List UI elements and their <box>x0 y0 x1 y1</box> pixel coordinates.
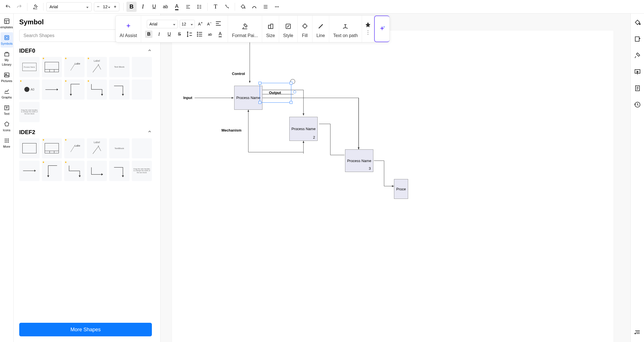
shape-label-arrow-4[interactable]: Label <box>87 138 107 159</box>
svg-marker-35 <box>122 94 124 96</box>
ft-align[interactable] <box>215 20 222 27</box>
ft-size[interactable]: Size <box>262 16 279 42</box>
ft-text-on-path[interactable]: Text on path <box>329 16 362 42</box>
list-button[interactable] <box>260 2 271 12</box>
case-button[interactable]: ab <box>160 2 171 12</box>
shape-empty-1[interactable] <box>132 57 152 77</box>
shape-elbow-3[interactable] <box>109 79 130 100</box>
font-size-value[interactable]: 12 <box>102 4 111 9</box>
undo-button[interactable] <box>3 2 13 12</box>
shape-node-a0[interactable]: A0 <box>19 79 40 100</box>
bold-button[interactable]: B <box>126 2 137 12</box>
diagram-box-4[interactable]: Proce <box>394 179 408 199</box>
ft-increase-font[interactable]: A+ <box>197 20 204 27</box>
sidebar-more[interactable]: More <box>1 135 13 150</box>
diagram-box-1[interactable]: Process Name <box>234 86 262 110</box>
connector-button[interactable] <box>222 2 232 12</box>
canvas-area[interactable]: AI Assist Arial 12 A+ A− B I U S <box>161 14 630 342</box>
shape-elbow-4[interactable] <box>42 161 62 181</box>
fill-button[interactable] <box>238 2 248 12</box>
shape-elbow-7[interactable] <box>109 161 130 181</box>
ft-more[interactable] <box>364 29 372 36</box>
shape-text-drag[interactable]: Drag the side handles to change the widt… <box>19 102 40 122</box>
redo-button[interactable] <box>14 2 24 12</box>
font-family-select[interactable]: Arial <box>46 2 92 11</box>
shape-arrow-right-2[interactable] <box>19 161 40 181</box>
decrease-font-button[interactable]: − <box>94 3 102 11</box>
shape-empty-3[interactable] <box>132 138 152 159</box>
selection-handle-sw[interactable] <box>259 101 261 104</box>
ft-ai-assist[interactable]: AI Assist <box>116 16 141 42</box>
collapse-idef0-button[interactable] <box>147 48 152 54</box>
ft-decrease-font[interactable]: A− <box>206 20 213 27</box>
right-layers-tool[interactable] <box>634 328 641 336</box>
ft-pin[interactable] <box>364 21 372 29</box>
sidebar-icons[interactable]: Icons <box>1 119 13 134</box>
shape-elbow-6[interactable] <box>87 161 107 181</box>
ft-bold[interactable]: B <box>145 31 152 38</box>
ft-style[interactable]: Style <box>279 16 298 42</box>
shape-empty-2[interactable] <box>132 79 152 100</box>
sidebar-templates[interactable]: emplates <box>1 16 13 31</box>
ft-ai-sparkle[interactable] <box>374 16 389 42</box>
sidebar-pictures[interactable]: Pictures <box>1 70 13 85</box>
collapse-idef2-button[interactable] <box>147 129 152 135</box>
shape-label-arrow-1[interactable]: Label <box>64 57 85 77</box>
ft-font-color[interactable]: A <box>216 31 224 38</box>
underline-button[interactable]: U <box>149 2 159 12</box>
more-options-button[interactable] <box>272 2 282 12</box>
ft-line[interactable]: Line <box>313 16 329 42</box>
right-add-tool[interactable] <box>634 36 641 44</box>
ft-fill[interactable]: Fill <box>298 16 313 42</box>
text-tool-button[interactable]: T <box>210 2 221 12</box>
shape-box-2[interactable] <box>19 138 40 159</box>
shape-process-box[interactable]: Process Name <box>19 57 40 77</box>
shape-text-block[interactable]: Text Block <box>109 57 130 77</box>
ft-spacing[interactable] <box>186 31 193 38</box>
svg-point-21 <box>5 139 6 140</box>
svg-point-79 <box>635 333 636 334</box>
shape-textblock-2[interactable]: TextBlock <box>109 138 130 159</box>
format-painter-button[interactable] <box>30 2 40 12</box>
right-present-tool[interactable] <box>634 68 641 76</box>
font-color-button[interactable]: A <box>172 2 182 12</box>
shape-elbow-5[interactable] <box>64 161 85 181</box>
ft-case[interactable]: ab <box>206 31 214 38</box>
shape-function-box[interactable] <box>42 57 62 77</box>
sidebar-symbols[interactable]: Symbols <box>1 32 13 48</box>
right-paint-tool[interactable] <box>634 52 641 60</box>
ft-font-select[interactable]: Arial <box>147 20 178 28</box>
ft-size-select[interactable]: 12 <box>180 20 195 28</box>
sidebar-text[interactable]: Text <box>1 102 13 118</box>
selection-handle-se[interactable] <box>290 101 292 104</box>
canvas[interactable]: AI Assist Arial 12 A+ A− B I U S <box>172 31 613 342</box>
shape-elbow-2[interactable] <box>87 79 107 100</box>
shape-arrow-right[interactable] <box>42 79 62 100</box>
shape-label-arrow-2[interactable]: Label <box>87 57 107 77</box>
line-spacing-button[interactable] <box>194 2 204 12</box>
right-history-tool[interactable] <box>634 101 641 109</box>
italic-button[interactable]: I <box>138 2 148 12</box>
sidebar-graphs[interactable]: Graphs <box>1 86 13 101</box>
align-button[interactable] <box>183 2 193 12</box>
ft-strike[interactable]: S <box>176 31 183 38</box>
ft-format-painter[interactable]: Format Pai... <box>228 16 262 42</box>
more-shapes-button[interactable]: More Shapes <box>19 323 152 336</box>
increase-font-button[interactable]: + <box>111 3 119 11</box>
diagram-box-2[interactable]: Process Name 2 <box>289 117 318 141</box>
line-style-button[interactable] <box>249 2 259 12</box>
ft-list[interactable] <box>196 31 203 38</box>
ft-italic[interactable]: I <box>155 31 163 38</box>
diagram-box-3[interactable]: Process Name 3 <box>345 149 373 172</box>
shape-text-drag-2[interactable]: Drag the side handles to change the widt… <box>132 161 152 181</box>
ft-underline[interactable]: U <box>165 31 173 38</box>
right-notes-tool[interactable] <box>634 85 641 93</box>
selection-rotate-handle[interactable] <box>293 91 296 93</box>
right-fill-tool[interactable] <box>634 19 641 27</box>
shape-function-box-2[interactable] <box>42 138 62 159</box>
sidebar-my-library[interactable]: My Library <box>1 49 13 68</box>
selection-handle-nw[interactable] <box>259 82 261 85</box>
shape-elbow-1[interactable] <box>64 79 85 100</box>
selection-rect[interactable]: Output <box>260 83 291 103</box>
shape-label-arrow-3[interactable]: Label <box>64 138 85 159</box>
